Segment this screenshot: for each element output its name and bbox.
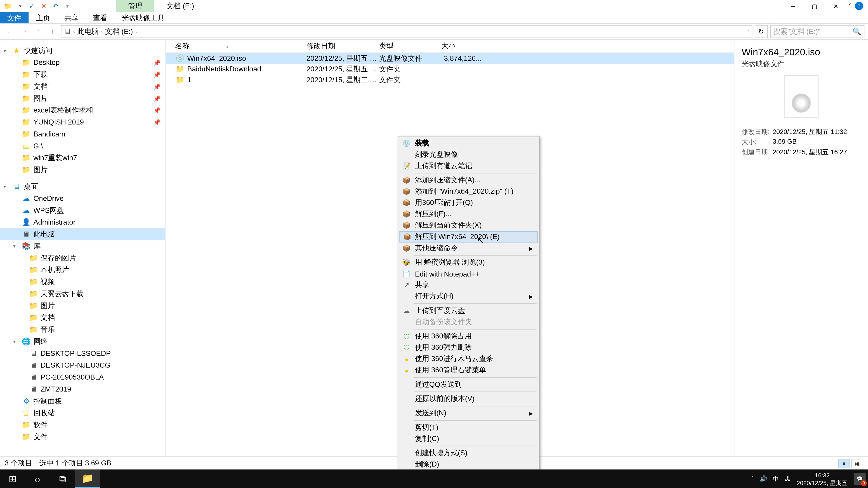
menu-item[interactable]: 📦添加到 "Win7x64_2020.zip" (T)	[399, 186, 538, 197]
menu-item[interactable]: 🛡使用 360强力删除	[399, 342, 538, 353]
nav-item[interactable]: ▾📚库	[0, 240, 165, 252]
ribbon-toggle-icon[interactable]: ˅	[848, 3, 851, 9]
search-button[interactable]: ⌕	[25, 469, 50, 488]
menu-item[interactable]: 📦其他压缩命令▶	[399, 242, 538, 254]
menu-item[interactable]: 📦解压到当前文件夹(X)	[399, 220, 538, 231]
nav-item[interactable]: 👤Administrator	[0, 216, 165, 228]
column-date[interactable]: 修改日期	[307, 41, 379, 51]
menu-item[interactable]: 📦解压到(F)...	[399, 208, 538, 220]
menu-item[interactable]: ☁上传到百度云盘	[399, 305, 538, 316]
nav-item[interactable]: 📁保存的图片	[0, 252, 165, 264]
menu-item[interactable]: 🛡使用 360解除占用	[399, 331, 538, 342]
nav-item[interactable]: ▾🖥桌面	[0, 181, 165, 193]
menu-item[interactable]: 🐝用 蜂蜜浏览器 浏览(3)	[399, 257, 538, 268]
help-icon[interactable]: ?	[855, 2, 863, 10]
menu-item[interactable]: 💿装载	[399, 138, 538, 149]
nav-item[interactable]: 📁Bandicam	[0, 128, 165, 140]
ribbon-tab-file[interactable]: 文件	[0, 12, 29, 23]
tray-overflow-icon[interactable]: ˄	[751, 476, 754, 482]
ribbon-tab-share[interactable]: 共享	[57, 12, 86, 23]
clock[interactable]: 16:32 2020/12/25, 星期五	[797, 471, 848, 487]
nav-item[interactable]: ▾★快速访问	[0, 45, 165, 57]
network-icon[interactable]: 🖧	[785, 476, 791, 482]
nav-item[interactable]: 📁文档	[0, 312, 165, 324]
menu-item[interactable]: 删除(D)	[399, 459, 538, 470]
ribbon-tab-disc-tools[interactable]: 光盘映像工具	[114, 12, 172, 23]
search-box[interactable]: 搜索"文档 (E:)" 🔍	[770, 25, 865, 38]
menu-item[interactable]: ●使用 360进行木马云查杀	[399, 353, 538, 365]
menu-item[interactable]: 还原以前的版本(V)	[399, 393, 538, 404]
column-name[interactable]: 名称▲	[175, 41, 306, 51]
nav-item[interactable]: 🖥DESKTOP-LSSOEDP	[0, 348, 165, 359]
recent-dropdown[interactable]: ˅	[32, 26, 44, 37]
menu-item[interactable]: 📝上传到有道云笔记	[399, 160, 538, 171]
nav-item[interactable]: ⚙控制面板	[0, 395, 165, 407]
breadcrumb-dropdown-icon[interactable]: ˅	[747, 29, 749, 34]
close-button[interactable]: ✕	[827, 1, 845, 11]
nav-item[interactable]: 📁图片	[0, 300, 165, 312]
forward-button[interactable]: →	[18, 26, 30, 37]
menu-item[interactable]: 通过QQ发送到	[399, 379, 538, 390]
refresh-button[interactable]: ↻	[755, 25, 768, 38]
nav-item[interactable]: 📁本机照片	[0, 264, 165, 276]
menu-item[interactable]: 📦用360压缩打开(Q)	[399, 197, 538, 208]
qat-properties-icon[interactable]: ✓	[27, 2, 36, 10]
qat-delete-icon[interactable]: ✕	[39, 2, 48, 10]
qat-dropdown-icon[interactable]: ▾	[63, 2, 72, 10]
menu-item[interactable]: 📦添加到压缩文件(A)...	[399, 175, 538, 186]
nav-item[interactable]: 📁下载📌	[0, 68, 165, 80]
nav-item[interactable]: 📁软件	[0, 419, 165, 431]
back-button[interactable]: ←	[4, 26, 16, 37]
menu-item[interactable]: 创建快捷方式(S)	[399, 448, 538, 459]
view-icons-button[interactable]: ▦	[851, 458, 863, 468]
file-row[interactable]: 📁BaiduNetdiskDownload2020/12/25, 星期五 1..…	[166, 64, 734, 74]
twisty-icon[interactable]: ▾	[4, 48, 6, 53]
menu-item[interactable]: 📄Edit with Notepad++	[399, 268, 538, 280]
start-button[interactable]: ⊞	[0, 469, 25, 488]
view-details-button[interactable]: ≡	[838, 458, 850, 468]
column-type[interactable]: 类型	[379, 41, 441, 51]
nav-item[interactable]: 📁excel表格制作求和📌	[0, 104, 165, 116]
up-button[interactable]: ↑	[46, 26, 59, 37]
nav-item[interactable]: 🖴G:\	[0, 140, 165, 152]
nav-item[interactable]: ▾🌐网络	[0, 335, 165, 348]
breadcrumb[interactable]: 🖥 › 此电脑 › 文档 (E:) › ˅	[61, 25, 752, 38]
menu-item[interactable]: 刻录光盘映像	[399, 149, 538, 160]
nav-item[interactable]: 📁文件	[0, 431, 165, 443]
menu-item[interactable]: 复制(C)	[399, 433, 538, 445]
twisty-icon[interactable]: ▾	[13, 339, 16, 344]
notification-icon[interactable]: 💬3	[854, 473, 866, 485]
breadcrumb-part[interactable]: 此电脑	[77, 26, 99, 37]
volume-icon[interactable]: 🔊	[760, 476, 767, 482]
nav-item[interactable]: ☁OneDrive	[0, 193, 165, 204]
menu-item[interactable]: ●使用 360管理右键菜单	[399, 365, 538, 376]
nav-item[interactable]: 📁音乐	[0, 324, 165, 335]
file-list[interactable]: 💿Win7x64_2020.iso2020/12/25, 星期五 1...光盘映…	[166, 53, 734, 457]
ribbon-tab-home[interactable]: 主页	[29, 12, 57, 23]
nav-item[interactable]: 📁视频	[0, 276, 165, 288]
column-size[interactable]: 大小	[441, 41, 482, 51]
file-row[interactable]: 💿Win7x64_2020.iso2020/12/25, 星期五 1...光盘映…	[166, 53, 734, 64]
nav-item[interactable]: ☁WPS网盘	[0, 204, 165, 217]
nav-item[interactable]: 🖥此电脑	[0, 228, 165, 240]
menu-item[interactable]: 剪切(T)	[399, 422, 538, 433]
maximize-button[interactable]: ▢	[805, 1, 823, 11]
twisty-icon[interactable]: ▾	[4, 184, 6, 189]
menu-item[interactable]: 打开方式(H)▶	[399, 291, 538, 302]
twisty-icon[interactable]: ▾	[13, 243, 16, 249]
menu-item[interactable]: 📦解压到 Win7x64_2020\ (E)	[399, 231, 538, 242]
nav-item[interactable]: 🖥PC-20190530OBLA	[0, 371, 165, 383]
contextual-tab[interactable]: 管理	[116, 0, 154, 12]
minimize-button[interactable]: ─	[784, 1, 802, 11]
nav-item[interactable]: 🖥ZMT2019	[0, 383, 165, 395]
task-view-button[interactable]: ⧉	[50, 469, 75, 488]
breadcrumb-part[interactable]: 文档 (E:)	[105, 26, 133, 37]
nav-item[interactable]: 📁天翼云盘下载	[0, 288, 165, 300]
nav-item[interactable]: 📁图片📌	[0, 92, 165, 104]
file-row[interactable]: 📁12020/12/15, 星期二 1...文件夹	[166, 74, 734, 85]
app-icon[interactable]: 📁	[4, 2, 12, 10]
nav-item[interactable]: 📁文档📌	[0, 80, 165, 92]
nav-item[interactable]: 📁YUNQISHI2019📌	[0, 116, 165, 128]
menu-item[interactable]: ↗共享	[399, 280, 538, 291]
ribbon-tab-view[interactable]: 查看	[86, 12, 115, 23]
